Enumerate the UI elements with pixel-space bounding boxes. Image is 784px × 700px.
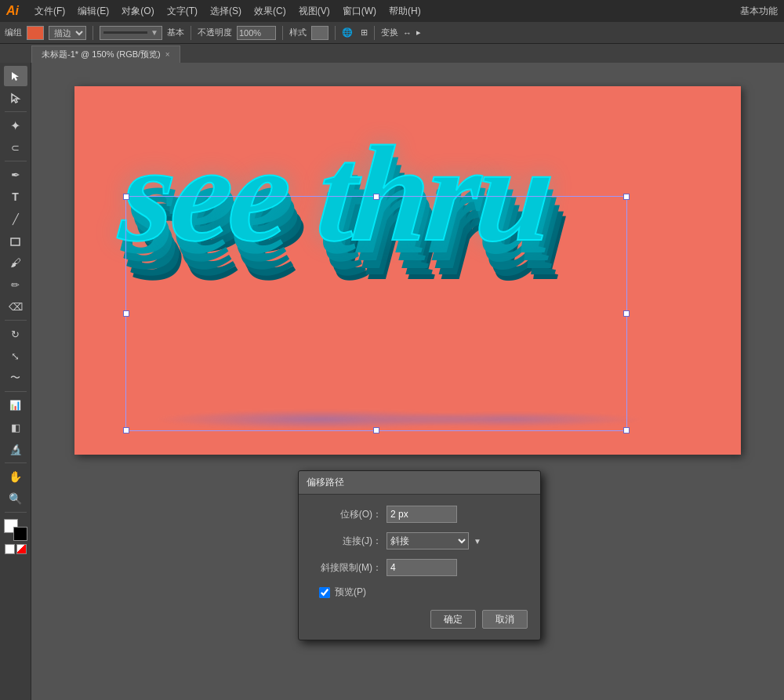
text-design: see thru see thru see thru see thru see … xyxy=(122,125,686,423)
tool-graph[interactable]: 📊 xyxy=(4,395,27,415)
toolbar-stroke-label: 基本 xyxy=(167,27,184,38)
canvas-area[interactable]: see thru see thru see thru see thru see … xyxy=(31,63,784,700)
text-main-layer: see thru xyxy=(115,125,556,263)
tool-pencil[interactable]: ✏ xyxy=(4,274,27,295)
menu-text[interactable]: 文字(T) xyxy=(167,5,198,18)
toolbar-grid-btn[interactable]: ⊞ xyxy=(361,27,368,38)
tool-hand[interactable]: ✋ xyxy=(4,466,27,487)
svg-marker-0 xyxy=(12,72,19,81)
workspace-label: 基本功能 xyxy=(740,5,778,18)
toolbar-more-btn[interactable]: ▸ xyxy=(416,27,421,38)
toolbar-sep-2 xyxy=(191,26,191,40)
toolbar-flip-btn[interactable]: ↔ xyxy=(403,28,412,38)
tool-brush[interactable]: 🖌 xyxy=(4,252,27,273)
toolbar-stroke-field: ▼ xyxy=(100,26,162,40)
tools-panel: ✦ ⊂ ✒ T ╱ 🖌 ✏ ⌫ ↻ ⤡ 〜 📊 ◧ 🔬 ✋ 🔍 xyxy=(0,63,31,700)
tool-lasso[interactable]: ⊂ xyxy=(4,137,27,158)
dialog-miter-row: 斜接限制(M)： xyxy=(311,559,528,576)
svg-rect-2 xyxy=(11,238,20,245)
text-splash-shadow xyxy=(143,401,648,439)
menu-edit[interactable]: 编辑(E) xyxy=(78,5,109,18)
tool-sep-2 xyxy=(5,161,27,161)
toolbar-mode-label: 编组 xyxy=(5,27,22,38)
artboard: see thru see thru see thru see thru see … xyxy=(74,86,741,455)
dialog-offset-row: 位移(O)： xyxy=(311,506,528,523)
toolbar-style-label: 样式 xyxy=(289,27,307,38)
toolbar: 编组 描边 ▼ 基本 不透明度 样式 🌐 ⊞ 变换 ↔ ▸ xyxy=(0,22,784,44)
menu-effect[interactable]: 效果(C) xyxy=(254,5,286,18)
tool-scale[interactable]: ⤡ xyxy=(4,346,27,366)
document-tab[interactable]: 未标题-1* @ 150% (RGB/预览) × xyxy=(31,45,180,63)
dialog-buttons: 确定 取消 xyxy=(311,610,528,629)
toolbar-stroke-dropdown[interactable]: 描边 xyxy=(49,26,86,40)
dialog-join-row: 连接(J)： 斜接 圆角 斜切 ▼ xyxy=(311,532,528,549)
dialog-preview-row: 预览(P) xyxy=(311,586,528,599)
tool-sep-5 xyxy=(5,462,27,463)
toolbar-sep-4 xyxy=(335,26,336,40)
menu-object[interactable]: 对象(O) xyxy=(122,5,154,18)
handle-bottom-left[interactable] xyxy=(123,427,129,433)
tool-sep-1 xyxy=(5,111,27,112)
menu-select[interactable]: 选择(S) xyxy=(210,5,241,18)
tool-sep-4 xyxy=(5,391,27,392)
dialog-join-dropdown-icon[interactable]: ▼ xyxy=(474,537,481,546)
swatch-white[interactable] xyxy=(5,544,15,554)
toolbar-style-swatch[interactable] xyxy=(311,26,328,40)
tab-title: 未标题-1* @ 150% (RGB/预览) xyxy=(42,49,161,60)
dialog-join-select[interactable]: 斜接 圆角 斜切 xyxy=(387,532,469,549)
menu-help[interactable]: 帮助(H) xyxy=(389,5,421,18)
tool-eyedropper[interactable]: 🔬 xyxy=(4,439,27,459)
tool-line[interactable]: ╱ xyxy=(4,209,27,229)
tool-sep-3 xyxy=(5,320,27,321)
dialog-cancel-button[interactable]: 取消 xyxy=(482,610,528,629)
tool-direct-select[interactable] xyxy=(4,88,27,108)
tool-type[interactable]: T xyxy=(4,187,27,207)
dialog-title-text: 偏移路径 xyxy=(307,476,344,489)
swatch-none[interactable] xyxy=(16,544,27,554)
dialog-join-label: 连接(J)： xyxy=(311,535,382,548)
dialog-title-bar: 偏移路径 xyxy=(299,471,540,495)
tool-background-color[interactable] xyxy=(13,527,27,541)
toolbar-fill-color[interactable] xyxy=(27,26,44,40)
tool-zoom[interactable]: 🔍 xyxy=(4,488,27,509)
dialog-preview-label[interactable]: 预览(P) xyxy=(335,586,366,599)
tool-swatches xyxy=(5,544,27,554)
main-area: ✦ ⊂ ✒ T ╱ 🖌 ✏ ⌫ ↻ ⤡ 〜 📊 ◧ 🔬 ✋ 🔍 xyxy=(0,63,784,700)
tool-eraser[interactable]: ⌫ xyxy=(4,296,27,317)
toolbar-sep-1 xyxy=(93,26,93,40)
toolbar-sep-5 xyxy=(374,26,375,40)
tool-rotate[interactable]: ↻ xyxy=(4,324,27,344)
app-logo: Ai xyxy=(6,4,19,18)
tool-color-pair[interactable] xyxy=(4,519,27,541)
dialog-preview-checkbox[interactable] xyxy=(319,587,330,598)
dialog-offset-input[interactable] xyxy=(387,506,457,523)
tool-gradient[interactable]: ◧ xyxy=(4,417,27,437)
toolbar-globe-btn[interactable]: 🌐 xyxy=(342,27,353,38)
tab-close-btn[interactable]: × xyxy=(165,50,170,59)
toolbar-transform-label: 变换 xyxy=(381,27,398,38)
dialog-ok-button[interactable]: 确定 xyxy=(430,610,476,629)
tool-select[interactable] xyxy=(4,66,27,86)
toolbar-sep-3 xyxy=(282,26,283,40)
dialog-miter-label: 斜接限制(M)： xyxy=(311,561,382,575)
tab-bar: 未标题-1* @ 150% (RGB/预览) × xyxy=(0,44,784,63)
tool-warp[interactable]: 〜 xyxy=(4,368,27,388)
tool-rect[interactable] xyxy=(4,230,27,251)
dialog-body: 位移(O)： 连接(J)： 斜接 圆角 斜切 ▼ 斜接限制(M)： xyxy=(299,495,540,640)
title-bar: Ai 文件(F) 编辑(E) 对象(O) 文字(T) 选择(S) 效果(C) 视… xyxy=(0,0,784,22)
dialog-offset-path: 偏移路径 位移(O)： 连接(J)： 斜接 圆角 斜切 ▼ xyxy=(298,470,541,640)
tool-pen[interactable]: ✒ xyxy=(4,165,27,185)
tool-magic-wand[interactable]: ✦ xyxy=(4,115,27,136)
toolbar-opacity-label: 不透明度 xyxy=(198,27,232,38)
menu-window[interactable]: 窗口(W) xyxy=(343,5,376,18)
dialog-offset-label: 位移(O)： xyxy=(311,508,382,521)
svg-marker-1 xyxy=(12,94,19,103)
tool-sep-6 xyxy=(5,512,27,513)
dialog-miter-input[interactable] xyxy=(387,559,457,576)
menu-file[interactable]: 文件(F) xyxy=(34,5,65,18)
menu-view[interactable]: 视图(V) xyxy=(299,5,330,18)
toolbar-opacity-input[interactable] xyxy=(237,26,276,40)
